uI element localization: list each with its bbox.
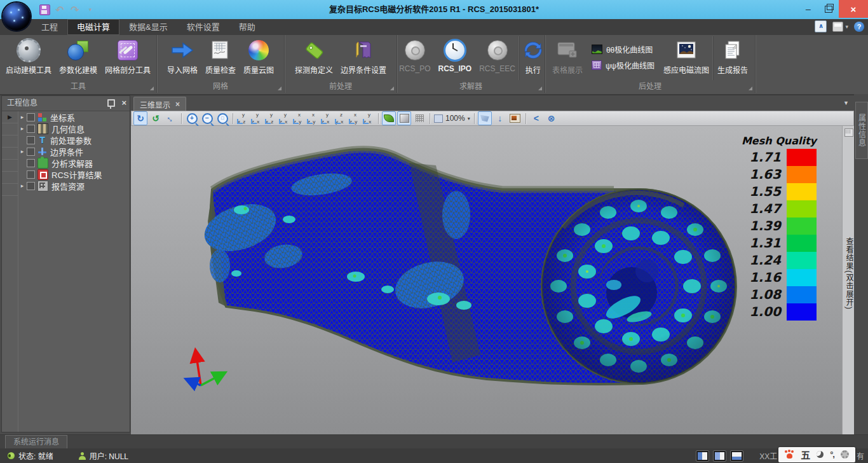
- tab-3d-display[interactable]: 三维显示 ×: [133, 97, 186, 111]
- menu-tab-em-compute[interactable]: 电磁计算: [67, 19, 119, 35]
- menu-tab-settings[interactable]: 软件设置: [177, 19, 229, 35]
- view-iso3-button[interactable]: xz y: [348, 113, 361, 125]
- tab-properties-info[interactable]: 属性信息: [855, 102, 868, 159]
- group-dialog-launcher[interactable]: [390, 86, 394, 90]
- menu-tab-data-display[interactable]: 数据&显示: [119, 19, 177, 35]
- solver-rcs-eec-button[interactable]: RCS_EEC: [475, 36, 519, 80]
- tree-item-geometry-info[interactable]: ▸ 几何信息: [18, 123, 130, 134]
- viewport-3d[interactable]: Mesh Quality 1.71 1.63 1.55 1.47 1.39 1.…: [131, 126, 842, 434]
- mesh-partition-tool-button[interactable]: 网格剖分工具: [101, 36, 154, 80]
- tab-system-messages[interactable]: 系统运行消息: [5, 435, 67, 449]
- tree-item-analysis-solver[interactable]: 分析求解器: [18, 157, 130, 169]
- zoom-out-button[interactable]: −: [200, 111, 214, 125]
- zoom-level-control[interactable]: 100% ▾: [434, 114, 470, 123]
- launch-modeling-tool-button[interactable]: 启动建模工具: [2, 36, 55, 80]
- tree-item-report-resources[interactable]: ▸ 报告资源: [18, 180, 130, 191]
- layout-toggle-middle[interactable]: [713, 450, 726, 462]
- shaded-mode-button[interactable]: [397, 111, 411, 125]
- solver-rcs-ipo-button[interactable]: RCS_IPO: [435, 36, 476, 80]
- clip-plane-button[interactable]: [478, 111, 492, 125]
- app-logo-icon[interactable]: [3, 3, 31, 31]
- rotate-tool-button[interactable]: ↻: [133, 111, 147, 125]
- solver-rcs-po-button[interactable]: RCS_PO: [395, 36, 434, 80]
- checkbox[interactable]: [27, 125, 35, 133]
- zoom-in-button[interactable]: +: [185, 111, 199, 125]
- psi-polarization-curve-button[interactable]: ψψ极化曲线图: [592, 60, 654, 71]
- checkbox[interactable]: [27, 170, 35, 179]
- checkbox[interactable]: [27, 159, 35, 167]
- quality-check-button[interactable]: 质量检查: [201, 36, 240, 80]
- checkbox[interactable]: [27, 182, 35, 190]
- view-right-button[interactable]: yz x: [278, 113, 291, 125]
- menu-tab-project[interactable]: 工程: [32, 19, 67, 35]
- tree-item-label: 报告资源: [51, 180, 85, 192]
- help-button[interactable]: ?: [854, 22, 864, 32]
- collapse-ribbon-button[interactable]: ∧: [815, 20, 827, 32]
- checkbox[interactable]: [27, 148, 35, 156]
- zoom-fit-button[interactable]: □: [215, 111, 229, 125]
- parametric-modeling-button[interactable]: 参数化建模: [55, 36, 101, 80]
- minimize-button[interactable]: –: [798, 0, 818, 18]
- expander-icon[interactable]: ▸: [18, 148, 26, 155]
- pin-icon[interactable]: [107, 99, 115, 107]
- view-front-button[interactable]: yx z: [236, 113, 249, 125]
- window-style-button[interactable]: ▾: [832, 22, 848, 32]
- quality-contour-button[interactable]: 质量云图: [240, 36, 278, 80]
- expander-icon[interactable]: ▸: [18, 183, 26, 189]
- view-top-button[interactable]: xz y: [292, 113, 305, 125]
- restore-button[interactable]: [818, 0, 839, 18]
- checkbox[interactable]: [27, 136, 35, 144]
- close-button[interactable]: ×: [839, 0, 868, 18]
- snapshot-button[interactable]: [508, 111, 522, 125]
- ime-logo-paw-icon[interactable]: [785, 450, 794, 459]
- tree-item-preprocess-params[interactable]: T 前处理参数: [18, 134, 130, 146]
- probe-angle-define-button[interactable]: 探测角定义: [291, 36, 337, 80]
- boundary-condition-settings-button[interactable]: 边界条件设置: [337, 36, 390, 80]
- pan-tool-button[interactable]: ↔: [161, 108, 180, 128]
- panel-close-button[interactable]: ×: [121, 99, 126, 107]
- tree-item-boundary-conditions[interactable]: ▸ 边界条件: [18, 146, 130, 157]
- refresh-view-button[interactable]: ↺: [149, 111, 163, 125]
- ime-settings-gear-icon[interactable]: [841, 450, 849, 459]
- drop-view-button[interactable]: ↓: [493, 111, 507, 125]
- ime-mode-char[interactable]: 五: [801, 448, 810, 461]
- table-display-button[interactable]: 表格展示: [548, 36, 587, 80]
- results-strip-icon[interactable]: [844, 128, 853, 137]
- theta-polarization-curve-button[interactable]: θθ极化曲线图: [592, 44, 654, 55]
- menu-tab-help[interactable]: 帮助: [229, 19, 265, 35]
- ime-toolbar[interactable]: 五 °,: [778, 447, 855, 462]
- clear-view-button[interactable]: ⊗: [545, 111, 559, 125]
- induced-current-map-button[interactable]: 感应电磁流图: [660, 36, 713, 80]
- punctuation-mode-icon[interactable]: °,: [830, 450, 834, 459]
- layout-toggle-bottom[interactable]: [730, 450, 743, 462]
- share-view-button[interactable]: <: [529, 111, 543, 125]
- view-back-button[interactable]: yz x: [250, 113, 263, 125]
- tab-view-results[interactable]: 查看结果(双击展开): [844, 237, 855, 310]
- row-header-arrow[interactable]: ▶: [2, 111, 18, 123]
- tab-close-icon[interactable]: ×: [175, 100, 180, 109]
- tree-item-coordinate-system[interactable]: ▸ 坐标系: [18, 111, 130, 123]
- expander-icon[interactable]: ▸: [18, 125, 26, 132]
- layout-toggle-left[interactable]: [696, 450, 709, 462]
- view-iso4-button[interactable]: yz x: [362, 113, 375, 125]
- group-dialog-launcher[interactable]: [538, 86, 542, 90]
- view-left-button[interactable]: yx z: [264, 113, 277, 125]
- smooth-shading-button[interactable]: [382, 111, 396, 125]
- wireframe-mode-button[interactable]: [412, 111, 426, 125]
- sphere-square-icon: [67, 40, 89, 60]
- group-dialog-launcher[interactable]: [749, 86, 752, 90]
- tab-list-dropdown[interactable]: ▼: [843, 100, 849, 106]
- generate-report-button[interactable]: 生成报告: [713, 36, 752, 80]
- view-iso1-button[interactable]: yz x: [320, 113, 333, 125]
- group-dialog-launcher[interactable]: [150, 86, 154, 90]
- tree-item-rcs-results[interactable]: RCS计算结果: [18, 169, 130, 180]
- view-iso2-button[interactable]: zy x: [334, 113, 347, 125]
- caret-down-icon: ▾: [468, 116, 470, 121]
- execute-button[interactable]: 执行: [519, 36, 546, 80]
- moon-icon[interactable]: [817, 451, 824, 458]
- expander-icon[interactable]: ▸: [18, 114, 26, 120]
- group-dialog-launcher[interactable]: [278, 86, 281, 90]
- view-bottom-button[interactable]: xz y: [306, 113, 319, 125]
- import-mesh-button[interactable]: 导入网格: [163, 36, 201, 80]
- checkbox[interactable]: [27, 113, 35, 121]
